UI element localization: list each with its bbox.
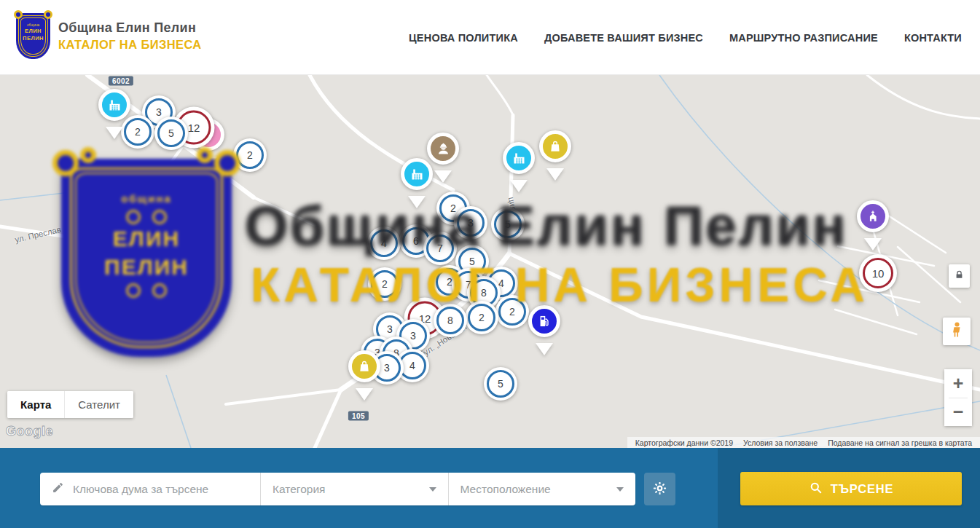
advanced-settings-button[interactable] <box>644 473 675 505</box>
cluster-marker[interactable]: 4 <box>367 226 401 260</box>
lock-button[interactable] <box>949 264 970 288</box>
category-pin-bag[interactable] <box>547 146 563 162</box>
location-value: Местоположение <box>460 483 551 496</box>
pin-tail <box>864 238 882 259</box>
map-view-button[interactable]: Карта <box>7 391 64 418</box>
bag-icon <box>348 350 380 382</box>
keyword-field <box>40 473 260 505</box>
chevron-down-icon <box>429 487 436 495</box>
cluster-count: 2 <box>509 306 515 318</box>
site-title: Община Елин Пелин <box>58 20 202 36</box>
cluster-count: 3 <box>410 330 416 342</box>
cluster-marker[interactable]: 7 <box>423 232 457 265</box>
pencil-icon <box>52 481 64 497</box>
cluster-marker[interactable]: 2 <box>121 115 154 149</box>
keyword-input[interactable] <box>73 483 260 496</box>
pin-tail <box>536 343 553 364</box>
map-markers-layer: 31225223564751024278221283338435 <box>0 75 980 448</box>
cluster-marker[interactable]: 2 <box>465 301 498 334</box>
zoom-in-button[interactable]: + <box>944 369 972 398</box>
street-view-pegman[interactable] <box>943 318 971 345</box>
cluster-marker[interactable]: 2 <box>495 295 529 328</box>
pin-tail <box>510 180 528 201</box>
cluster-marker[interactable]: 5 <box>484 367 517 401</box>
search-button[interactable]: ТЪРСЕНЕ <box>740 472 962 505</box>
cluster-count: 4 <box>381 237 387 249</box>
chevron-down-icon <box>616 487 624 495</box>
worker-icon <box>427 133 459 165</box>
zoom-control: + − <box>944 369 972 426</box>
cluster-count: 3 <box>156 106 162 118</box>
cluster-count: 8 <box>481 287 487 299</box>
cluster-count: 5 <box>505 218 511 230</box>
factory-icon <box>401 158 433 190</box>
cluster-count: 2 <box>479 312 485 323</box>
nav-contacts[interactable]: КОНТАКТИ <box>904 32 962 44</box>
site-logo[interactable]: община ЕЛИН ПЕЛИН Община Елин Пелин КАТА… <box>16 13 202 59</box>
pin-tail <box>434 170 452 192</box>
cluster-marker[interactable]: 5 <box>491 208 525 241</box>
location-select[interactable]: Местоположение <box>449 473 636 505</box>
map-type-control: Карта Сателит <box>7 391 133 418</box>
crest-org-text: община <box>27 23 39 27</box>
nav-pricing-policy[interactable]: ЦЕНОВА ПОЛИТИКА <box>409 32 518 44</box>
pin-tail <box>408 196 426 217</box>
crest-name-line1: ЕЛИН <box>25 28 42 34</box>
cluster-count: 3 <box>468 217 474 229</box>
factory-icon <box>503 142 535 174</box>
category-pin-church[interactable] <box>865 216 881 232</box>
category-select[interactable]: Категория <box>261 473 448 505</box>
category-pin-factory[interactable] <box>106 105 122 121</box>
cluster-marker[interactable]: 10 <box>859 254 897 292</box>
page: община ЕЛИН ПЕЛИН Община Елин Пелин КАТА… <box>0 0 980 528</box>
cluster-count: 5 <box>168 127 174 139</box>
cluster-count: 12 <box>188 122 200 134</box>
cluster-count: 6 <box>413 235 419 247</box>
cluster-count: 4 <box>409 360 415 371</box>
cluster-marker[interactable]: 8 <box>434 304 467 337</box>
bag-icon <box>539 130 571 162</box>
main-nav: ЦЕНОВА ПОЛИТИКА ДОБАВЕТЕ ВАШИЯТ БИЗНЕС М… <box>409 0 962 75</box>
cluster-count: 3 <box>384 362 390 374</box>
search-button-label: ТЪРСЕНЕ <box>831 482 893 496</box>
google-logo[interactable]: Google <box>6 424 53 439</box>
pin-tail <box>200 157 217 178</box>
fuel-icon <box>528 305 560 337</box>
cluster-count: 2 <box>450 202 456 214</box>
factory-icon <box>98 89 130 121</box>
cluster-marker[interactable]: 3 <box>454 206 487 240</box>
cluster-count: 2 <box>247 149 253 161</box>
crest-name-line2: ПЕЛИН <box>23 35 44 42</box>
search-bar: Категория Местоположение <box>0 448 980 528</box>
category-pin-fuel[interactable] <box>536 321 552 337</box>
cluster-count: 5 <box>498 378 503 390</box>
header: община ЕЛИН ПЕЛИН Община Елин Пелин КАТА… <box>0 0 980 75</box>
satellite-view-button[interactable]: Сателит <box>65 391 133 418</box>
zoom-out-button[interactable]: − <box>944 398 972 427</box>
cluster-count: 8 <box>447 315 453 326</box>
category-pin-bag[interactable] <box>356 366 372 382</box>
nav-add-your-business[interactable]: ДОБАВЕТЕ ВАШИЯТ БИЗНЕС <box>544 32 703 44</box>
report-map-error-link[interactable]: Подаване на сигнал за грешка в картата <box>823 438 977 447</box>
cluster-marker[interactable]: 2 <box>233 138 267 172</box>
gear-icon <box>652 481 667 498</box>
search-panel: Категория Местоположение <box>40 473 635 505</box>
cluster-count: 7 <box>437 243 443 254</box>
church-icon <box>857 200 889 232</box>
terms-of-use-link[interactable]: Условия за ползване <box>738 438 823 447</box>
map-canvas[interactable]: ул. Преславбул. „Новоселция"6002105 3122… <box>0 75 980 448</box>
category-pin-factory[interactable] <box>409 174 425 190</box>
category-pin-worker[interactable] <box>435 149 451 165</box>
cluster-marker[interactable]: 5 <box>154 117 188 150</box>
site-subtitle: КАТАЛОГ НА БИЗНЕСА <box>58 38 202 52</box>
pegman-icon <box>947 320 967 343</box>
nav-route-schedule[interactable]: МАРШРУТНО РАЗПИСАНИЕ <box>729 32 878 44</box>
cluster-count: 5 <box>469 256 475 267</box>
attribution-copyright: Картографски данни ©2019 <box>630 438 738 447</box>
cluster-marker[interactable]: 2 <box>368 267 401 301</box>
category-value: Категория <box>273 483 325 496</box>
map-attribution: Картографски данни ©2019 Условия за полз… <box>627 437 980 448</box>
cluster-count: 10 <box>872 267 885 280</box>
pin-tail <box>356 388 373 409</box>
category-pin-factory[interactable] <box>511 158 527 174</box>
